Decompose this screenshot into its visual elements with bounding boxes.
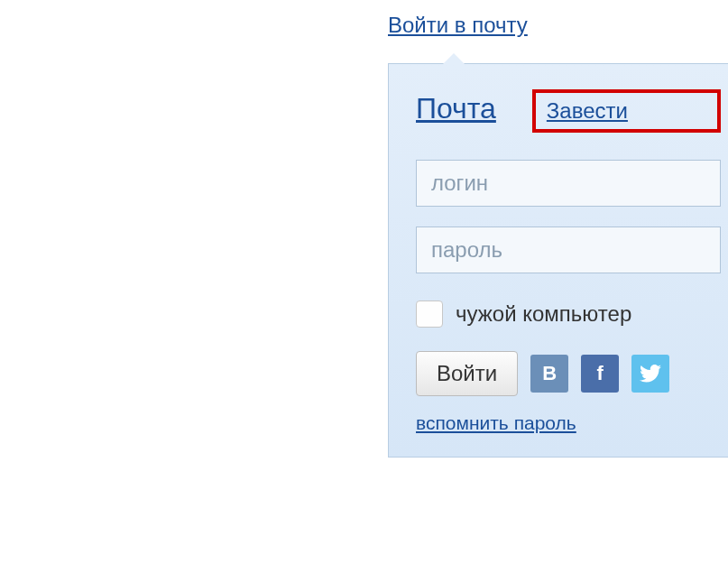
foreign-computer-row: чужой компьютер xyxy=(416,300,721,328)
twitter-icon[interactable] xyxy=(631,355,669,393)
mail-title-link[interactable]: Почта xyxy=(416,92,496,125)
register-highlight-box: Завести xyxy=(532,89,721,133)
facebook-icon[interactable]: f xyxy=(581,355,619,393)
foreign-computer-label: чужой компьютер xyxy=(456,301,631,327)
password-input[interactable] xyxy=(416,227,721,273)
vk-icon[interactable]: B xyxy=(530,355,568,393)
login-button[interactable]: Войти xyxy=(416,351,518,396)
register-link[interactable]: Завести xyxy=(547,98,628,123)
login-mail-link[interactable]: Войти в почту xyxy=(388,13,528,38)
remember-password-link[interactable]: вспомнить пароль xyxy=(416,412,576,433)
foreign-computer-checkbox[interactable] xyxy=(416,300,443,328)
login-popup: Почта Завести чужой компьютер Войти B f … xyxy=(388,63,728,458)
action-row: Войти B f xyxy=(416,351,721,396)
login-input[interactable] xyxy=(416,160,721,207)
popup-header: Почта Завести xyxy=(416,89,721,133)
